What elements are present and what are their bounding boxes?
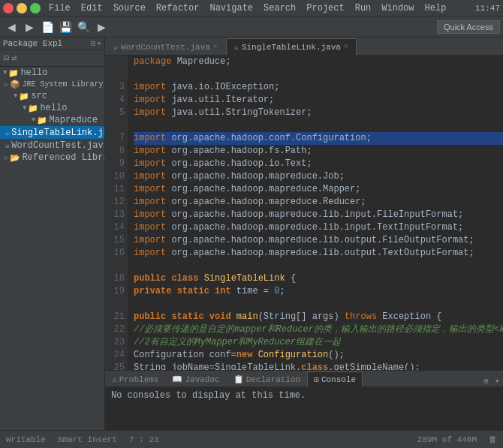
code-line: import org.apache.hadoop.mapreduce.Reduc… xyxy=(134,196,503,209)
tab-console-label: Console xyxy=(321,375,356,384)
link-editor-btn[interactable]: ⇄ xyxy=(11,52,17,65)
toolbar-run[interactable]: ▶ xyxy=(93,19,110,35)
status-memory: 289M of 446M xyxy=(417,435,477,444)
code-line xyxy=(134,68,503,81)
status-writable: Writable xyxy=(6,435,46,444)
tab-declaration-label: Declaration xyxy=(246,375,301,384)
maximize-button[interactable] xyxy=(30,3,41,14)
quick-access-button[interactable]: Quick Access xyxy=(437,20,500,34)
menu-window[interactable]: Window xyxy=(379,3,416,14)
tab-javadoc[interactable]: 📖 Javadoc xyxy=(165,371,226,386)
collapse-all-btn[interactable]: ⊟ xyxy=(3,52,10,65)
menu-source[interactable]: Source xyxy=(111,3,148,14)
menu-refactor[interactable]: Refactor xyxy=(154,3,202,14)
code-line: import org.apache.hadoop.conf.Configurat… xyxy=(134,132,503,145)
collapse-btn[interactable]: ⊟ xyxy=(91,39,95,48)
tab-singletable[interactable]: ☕ SingleTableLink.java × xyxy=(226,38,357,55)
tab-declaration[interactable]: 📋 Declaration xyxy=(227,371,308,386)
menu-help[interactable]: Help xyxy=(423,3,449,14)
menu-navigate[interactable]: Navigate xyxy=(207,3,255,14)
menu-file[interactable]: File xyxy=(47,3,73,14)
console-output: No consoles to display at this time. xyxy=(105,387,503,430)
console-text: No consoles to display at this time. xyxy=(111,390,306,401)
expand-arrow: ▷ xyxy=(5,80,8,89)
code-line: public static void main(String[] args) t… xyxy=(134,311,503,323)
bottom-panel: ⚠ Problems 📖 Javadoc 📋 Declaration ⊡ Con… xyxy=(105,370,503,430)
console-new-btn[interactable]: ⊕ xyxy=(481,375,491,386)
menu-run[interactable]: Run xyxy=(353,3,374,14)
editor-area: ☕ WordCountTest.java × ☕ SingleTableLink… xyxy=(105,38,503,430)
java-tab-icon: ☕ xyxy=(113,43,118,52)
tree-item-jre[interactable]: ▷ 📦 JRE System Library [jdk1. xyxy=(0,79,104,90)
code-content[interactable]: package Mapreduce; import java.io.IOExce… xyxy=(128,56,503,370)
code-line xyxy=(134,298,503,311)
menu-btn[interactable]: ▾ xyxy=(97,39,101,48)
tree-label: src xyxy=(31,91,47,101)
code-line: import org.apache.hadoop.io.Text; xyxy=(134,158,503,170)
tree-label: hello xyxy=(40,103,67,113)
expand-arrow: ▼ xyxy=(32,116,35,124)
tab-problems-icon: ⚠ xyxy=(112,374,117,384)
tree-label: Referenced Libraries xyxy=(22,152,104,163)
tree-label: WordCountTest.java xyxy=(11,140,104,151)
code-line: import org.apache.hadoop.mapreduce.lib.i… xyxy=(134,221,503,234)
status-insert-mode: Smart Insert xyxy=(58,435,117,444)
tree-item-src[interactable]: ▼ 📁 src xyxy=(0,90,104,102)
close-button[interactable] xyxy=(3,3,14,14)
code-line xyxy=(134,260,503,272)
code-line xyxy=(134,119,503,132)
tree-label: Mapreduce xyxy=(49,115,98,125)
folder-icon: 📁 xyxy=(19,92,29,101)
expand-arrow: ▼ xyxy=(23,104,26,112)
toolbar-search[interactable]: 🔍 xyxy=(75,19,92,35)
tab-problems[interactable]: ⚠ Problems xyxy=(105,371,165,386)
panel-controls: ⊟ ▾ xyxy=(91,39,101,48)
package-explorer-title: Package Expl xyxy=(3,39,62,48)
console-menu-btn[interactable]: ▾ xyxy=(492,375,502,386)
code-line: import org.apache.hadoop.mapreduce.Mappe… xyxy=(134,183,503,196)
minimize-button[interactable] xyxy=(17,3,27,14)
menu-search[interactable]: Search xyxy=(261,3,298,14)
tree-item-mapreduce[interactable]: ▼ 📁 Mapreduce xyxy=(0,114,104,126)
expand-arrow: ▼ xyxy=(14,92,17,100)
tab-label: WordCountTest.java xyxy=(121,43,210,52)
code-line: package Mapreduce; xyxy=(134,56,503,68)
tab-close-singletable[interactable]: × xyxy=(344,43,348,51)
tree-item-wordcount[interactable]: ☕ WordCountTest.java xyxy=(0,139,104,152)
folder-icon: 📁 xyxy=(28,104,38,113)
tree-label: JRE System Library [jdk1. xyxy=(22,80,104,89)
status-bar: Writable Smart Insert 7 : 23 289M of 446… xyxy=(0,430,503,448)
tree-item-singletable[interactable]: ☕ SingleTableLink.java xyxy=(0,126,104,139)
tab-problems-label: Problems xyxy=(119,375,159,384)
menu-right: 11:47 xyxy=(475,4,500,13)
java-file-icon: ☕ xyxy=(5,127,10,138)
tree-item-hello2[interactable]: ▼ 📁 hello xyxy=(0,102,104,114)
code-line: String jobName=SingleTableLink.class.get… xyxy=(134,362,503,370)
tab-javadoc-icon: 📖 xyxy=(172,374,182,384)
expand-arrow: ▷ xyxy=(5,154,8,162)
tree-item-ref-libs[interactable]: ▷ 📂 Referenced Libraries xyxy=(0,152,104,164)
code-line: import org.apache.hadoop.mapreduce.lib.i… xyxy=(134,209,503,221)
status-position: 7 : 23 xyxy=(129,435,159,444)
tree-item-hello[interactable]: ▼ 📁 hello xyxy=(0,67,104,79)
menu-project[interactable]: Project xyxy=(304,3,346,14)
menu-items: File Edit Source Refactor Navigate Searc… xyxy=(47,3,448,14)
menu-bar: File Edit Source Refactor Navigate Searc… xyxy=(0,0,503,17)
menu-edit[interactable]: Edit xyxy=(79,3,105,14)
toolbar-new[interactable]: 📄 xyxy=(39,19,56,35)
main-layout: Package Expl ⊟ ▾ ⊟ ⇄ ▼ 📁 hello ▷ 📦 JRE S… xyxy=(0,38,503,430)
toolbar-save[interactable]: 💾 xyxy=(57,19,74,35)
code-line: import org.apache.hadoop.mapreduce.lib.o… xyxy=(134,234,503,247)
tab-console[interactable]: ⊡ Console xyxy=(307,371,363,386)
tab-wordcount[interactable]: ☕ WordCountTest.java × xyxy=(105,38,226,55)
package-explorer-header: Package Expl ⊟ ▾ xyxy=(0,38,104,50)
folder-icon: 📂 xyxy=(10,153,20,163)
toolbar-back[interactable]: ◀ xyxy=(3,19,20,35)
code-line: import java.util.Iterator; xyxy=(134,94,503,107)
code-line: import java.util.StringTokenizer; xyxy=(134,107,503,119)
gc-icon[interactable]: 🗑 xyxy=(489,434,497,444)
bottom-tab-controls: ⊕ ▾ ⊟ □ × xyxy=(481,375,503,386)
toolbar-forward[interactable]: ▶ xyxy=(21,19,38,35)
package-explorer: Package Expl ⊟ ▾ ⊟ ⇄ ▼ 📁 hello ▷ 📦 JRE S… xyxy=(0,38,105,430)
tab-close-wordcount[interactable]: × xyxy=(213,43,218,51)
